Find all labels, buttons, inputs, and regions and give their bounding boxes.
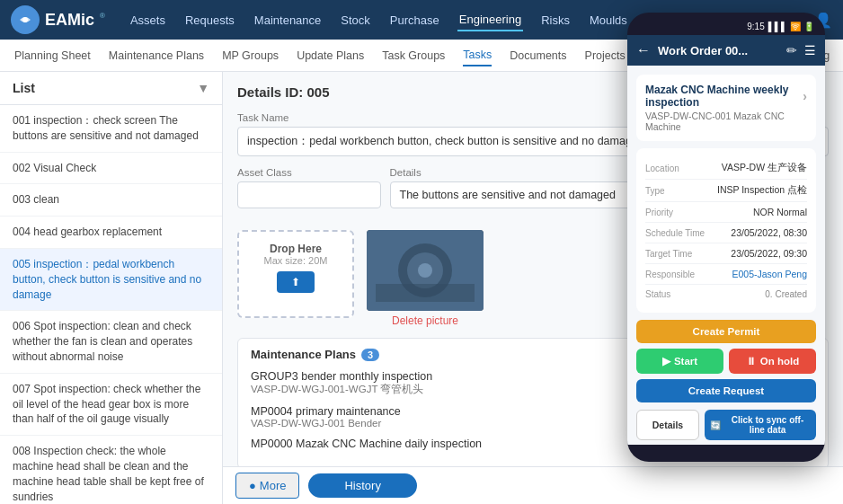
target-label: Target Time <box>645 249 692 259</box>
list-item[interactable]: 008 Inspection check: the whole machine … <box>0 436 222 504</box>
status-label: Status <box>645 289 670 299</box>
more-icon: ● <box>249 479 256 492</box>
responsible-value: E005-Jason Peng <box>732 269 807 279</box>
list-panel: List ▼ 001 inspection：check screen The b… <box>0 72 223 504</box>
svg-point-4 <box>418 263 432 278</box>
list-item[interactable]: 003 clean <box>0 184 222 217</box>
type-label: Type <box>645 186 665 196</box>
mobile-card-title: Mazak CNC Machine weekly inspection › <box>645 84 807 109</box>
play-icon: ▶ <box>662 355 670 367</box>
wifi-icon: 🛜 <box>790 22 801 31</box>
nav-engineering[interactable]: Engineering <box>457 9 523 31</box>
type-value: INSP Inspection 点检 <box>717 184 807 197</box>
pause-icon: ⏸ <box>746 356 757 367</box>
svg-rect-5 <box>376 284 475 302</box>
list-item[interactable]: 007 Spot inspection: check whether the o… <box>0 374 222 436</box>
mobile-back-button[interactable]: ← <box>636 42 651 58</box>
start-hold-row: ▶ Start ⏸ On hold <box>636 349 816 374</box>
chevron-right-icon: › <box>803 89 807 103</box>
mobile-field-responsible: Responsible E005-Jason Peng <box>645 264 807 285</box>
target-value: 23/05/2022, 09:30 <box>731 248 807 259</box>
drop-zone[interactable]: Drop Here Max size: 20M ⬆ <box>237 230 354 318</box>
create-request-button[interactable]: Create Request <box>636 379 816 402</box>
mobile-time: 9:15 <box>747 22 764 31</box>
list-item[interactable]: 006 Spot inspection: clean and check whe… <box>0 311 222 373</box>
more-button[interactable]: ● More <box>235 473 299 499</box>
signal-icon: ▌▌▌ <box>768 22 787 31</box>
image-preview <box>367 230 484 311</box>
drop-title: Drop Here <box>250 243 342 255</box>
mobile-bottom-bar: Details 🔄 Click to sync off-line data <box>636 410 816 440</box>
priority-label: Priority <box>645 208 673 217</box>
history-button[interactable]: History <box>308 473 416 498</box>
asset-class-select[interactable] <box>237 181 381 208</box>
details-button[interactable]: Details <box>636 410 699 440</box>
mobile-work-order-card[interactable]: Mazak CNC Machine weekly inspection › VA… <box>636 75 816 141</box>
logo-text: EAMic <box>45 11 94 30</box>
asset-class-label: Asset Class <box>237 167 381 178</box>
mobile-header: ← Work Order 00... ✏ ☰ <box>627 35 825 66</box>
status-value: 0. Created <box>765 289 807 299</box>
nav-maintenance[interactable]: Maintenance <box>253 10 323 31</box>
mobile-field-type: Type INSP Inspection 点检 <box>645 180 807 202</box>
battery-icon: 🔋 <box>803 22 814 31</box>
create-permit-button[interactable]: Create Permit <box>636 320 816 343</box>
mobile-field-location: Location VASP-DW 生产设备 <box>645 157 807 180</box>
list-item-active[interactable]: 005 inspection：pedal workbench button, c… <box>0 249 222 311</box>
subnav-maintenance-plans[interactable]: Maintenance Plans <box>109 46 204 66</box>
list-header: List ▼ <box>0 72 222 105</box>
list-item[interactable]: 002 Visual Check <box>0 153 222 185</box>
subnav-mp-groups[interactable]: MP Groups <box>222 46 279 66</box>
mobile-title: Work Order 00... <box>658 44 779 57</box>
schedule-value: 23/05/2022, 08:30 <box>731 227 807 238</box>
subnav-update-plans[interactable]: Update Plans <box>297 46 364 66</box>
list-item[interactable]: 004 head gearbox replacement <box>0 217 222 249</box>
list-title: List <box>13 81 35 95</box>
subnav-documents[interactable]: Documents <box>510 46 566 66</box>
logo-icon <box>11 5 40 34</box>
mobile-field-target: Target Time 23/05/2022, 09:30 <box>645 243 807 264</box>
nav-purchase[interactable]: Purchase <box>388 10 441 31</box>
schedule-label: Schedule Time <box>645 228 705 238</box>
hold-button[interactable]: ⏸ On hold <box>729 349 816 374</box>
nav-stock[interactable]: Stock <box>339 10 372 31</box>
sync-icon: 🔄 <box>710 420 721 430</box>
sync-button[interactable]: 🔄 Click to sync off-line data <box>705 410 816 440</box>
subnav-task-groups[interactable]: Task Groups <box>382 46 445 66</box>
upload-button[interactable]: ⬆ <box>277 271 315 293</box>
list-item[interactable]: 001 inspection：check screen The buttons … <box>0 105 222 153</box>
mobile-card-sub: VASP-DW-CNC-001 Mazak CNC Machine <box>645 111 807 132</box>
nav-requests[interactable]: Requests <box>183 10 236 31</box>
subnav-planning-sheet[interactable]: Planning Sheet <box>14 46 91 66</box>
start-button[interactable]: ▶ Start <box>636 349 723 374</box>
mobile-menu-icon[interactable]: ☰ <box>804 43 816 57</box>
image-preview-col: Delete picture <box>367 230 484 327</box>
location-value: VASP-DW 生产设备 <box>722 162 807 174</box>
mobile-field-schedule: Schedule Time 23/05/2022, 08:30 <box>645 223 807 243</box>
mobile-status-icons: ▌▌▌ 🛜 🔋 <box>768 22 814 31</box>
subnav-tasks[interactable]: Tasks <box>463 45 492 66</box>
nav-moulds[interactable]: Moulds <box>588 10 629 31</box>
nav-assets[interactable]: Assets <box>129 10 167 31</box>
subnav-projects[interactable]: Projects <box>585 46 626 66</box>
delete-picture-link[interactable]: Delete picture <box>367 314 484 327</box>
mobile-field-status: Status 0. Created <box>645 285 807 304</box>
logo: EAMic ® <box>11 5 105 34</box>
maintenance-badge: 3 <box>361 349 379 361</box>
priority-value: NOR Normal <box>753 207 807 217</box>
svg-point-0 <box>22 17 28 22</box>
responsible-label: Responsible <box>645 270 695 279</box>
mobile-content: Mazak CNC Machine weekly inspection › VA… <box>627 66 825 445</box>
mobile-fields-card: Location VASP-DW 生产设备 Type INSP Inspecti… <box>636 148 816 313</box>
nav-risks[interactable]: Risks <box>539 10 572 31</box>
mobile-edit-icon[interactable]: ✏ <box>786 43 797 57</box>
mobile-status-bar: 9:15 ▌▌▌ 🛜 🔋 <box>627 20 825 35</box>
preview-image <box>367 230 484 311</box>
bottom-bar: ● More History <box>223 466 843 504</box>
filter-icon[interactable]: ▼ <box>197 81 209 95</box>
list-items-container: 001 inspection：check screen The buttons … <box>0 105 222 504</box>
more-label: More <box>260 479 287 492</box>
drop-sub: Max size: 20M <box>250 255 342 266</box>
mobile-header-icons: ✏ ☰ <box>786 43 816 57</box>
asset-class-col: Asset Class <box>237 167 381 219</box>
